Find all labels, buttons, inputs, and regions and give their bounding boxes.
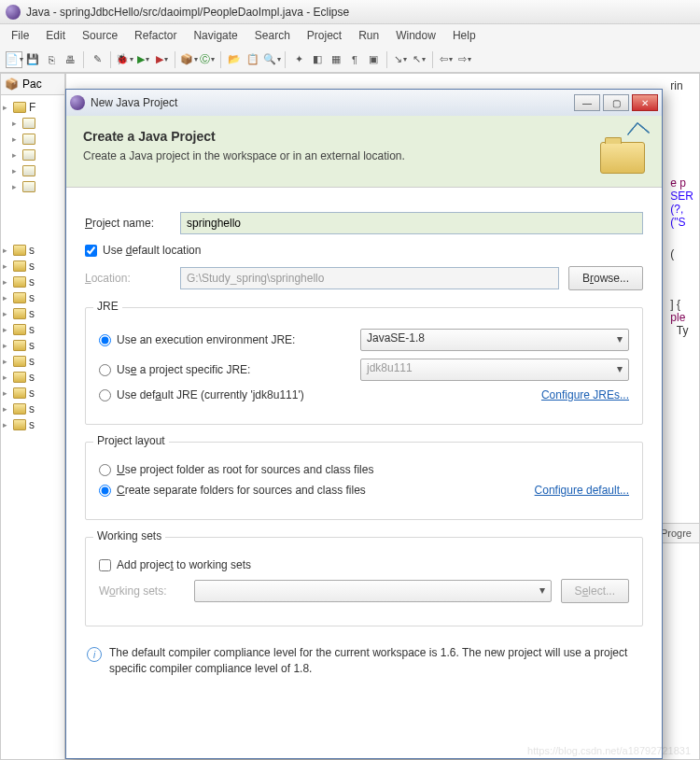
folder-wizard-icon bbox=[591, 129, 645, 174]
menu-help[interactable]: Help bbox=[453, 29, 476, 42]
banner-description: Create a Java project in the workspace o… bbox=[83, 149, 591, 162]
mark-occurrences-icon[interactable]: ◧ bbox=[309, 51, 326, 68]
menu-window[interactable]: Window bbox=[396, 29, 436, 42]
back-icon[interactable]: ⇦ bbox=[438, 51, 455, 68]
configure-jres-link[interactable]: Configure JREs... bbox=[541, 388, 629, 401]
jre-exec-env-radio[interactable]: Use an execution environment JRE: bbox=[99, 333, 351, 346]
maximize-button[interactable]: ▢ bbox=[603, 94, 629, 111]
watermark: https://blog.csdn.net/a18792721831 bbox=[527, 745, 691, 756]
layout-project-folder-radio[interactable]: Use project folder as root for sources a… bbox=[99, 463, 373, 476]
ext-run-icon[interactable]: ▶ bbox=[153, 51, 170, 68]
forward-icon[interactable]: ⇨ bbox=[456, 51, 473, 68]
menu-refactor[interactable]: Refactor bbox=[134, 29, 176, 42]
jre-legend: JRE bbox=[93, 300, 122, 313]
print-icon[interactable]: 🖶 bbox=[62, 51, 78, 68]
select-working-sets-button: Select... bbox=[561, 579, 629, 603]
project-name-input[interactable] bbox=[180, 212, 643, 234]
package-explorer-tab[interactable]: 📦 Pac bbox=[1, 74, 64, 95]
menu-run[interactable]: Run bbox=[358, 29, 379, 42]
info-message: i The default compiler compliance level … bbox=[85, 645, 643, 677]
working-sets-group: Working sets Add project to working sets… bbox=[85, 537, 643, 626]
main-title-bar: Java - springJdbcHello/src/daoimpl/Peopl… bbox=[0, 0, 700, 24]
menu-bar[interactable]: File Edit Source Refactor Navigate Searc… bbox=[0, 24, 700, 47]
wand-icon[interactable]: ✎ bbox=[89, 51, 105, 68]
package-explorer[interactable]: 📦 Pac ▸F ▸ ▸ ▸ ▸ ▸ ▸s ▸s ▸s ▸s ▸s ▸s ▸s … bbox=[0, 73, 65, 760]
eclipse-icon bbox=[70, 95, 85, 110]
jre-project-specific-radio[interactable]: Use a project specific JRE: bbox=[99, 363, 351, 376]
next-annotation-icon[interactable]: ↘ bbox=[392, 51, 409, 68]
pkg-explorer-label: Pac bbox=[22, 77, 42, 91]
save-all-icon[interactable]: ⎘ bbox=[43, 51, 60, 68]
close-button[interactable]: ✕ bbox=[632, 94, 658, 111]
location-input bbox=[180, 267, 559, 289]
use-default-location-checkbox[interactable]: Use default location bbox=[85, 244, 201, 257]
configure-default-link[interactable]: Configure default... bbox=[535, 484, 629, 497]
menu-file[interactable]: File bbox=[11, 29, 29, 42]
ws-legend: Working sets bbox=[93, 529, 165, 542]
working-sets-label: Working sets: bbox=[99, 584, 185, 598]
dialog-title: New Java Project bbox=[91, 96, 571, 109]
dialog-banner: Create a Java Project Create a Java proj… bbox=[66, 116, 662, 188]
add-to-working-sets-checkbox[interactable]: Add project to working sets bbox=[99, 558, 251, 571]
browse-button[interactable]: Browse... bbox=[568, 266, 643, 290]
layout-separate-folders-radio[interactable]: Create separate folders for sources and … bbox=[99, 484, 366, 497]
working-sets-select bbox=[194, 580, 552, 602]
jre-default-radio[interactable]: Use default JRE (currently 'jdk8u111') bbox=[99, 388, 351, 401]
project-layout-group: Project layout Use project folder as roo… bbox=[85, 442, 643, 520]
eclipse-icon bbox=[6, 5, 21, 20]
open-task-icon[interactable]: 📋 bbox=[245, 51, 261, 68]
save-icon[interactable]: 💾 bbox=[24, 51, 41, 68]
new-icon[interactable]: 📄 bbox=[6, 51, 22, 68]
main-toolbar: 📄 💾 ⎘ 🖶 ✎ 🐞 ▶ ▶ 📦 Ⓒ 📂 📋 🔍 ✦ ◧ ▦ ¶ ▣ ↘ ↖ … bbox=[0, 47, 700, 73]
debug-icon[interactable]: 🐞 bbox=[116, 51, 133, 68]
dialog-title-bar[interactable]: New Java Project — ▢ ✕ bbox=[66, 90, 662, 116]
menu-project[interactable]: Project bbox=[307, 29, 342, 42]
open-type-icon[interactable]: 📂 bbox=[226, 51, 243, 68]
jre-group: JRE Use an execution environment JRE: Ja… bbox=[85, 307, 643, 425]
jre-exec-env-select[interactable]: JavaSE-1.8 bbox=[360, 329, 629, 351]
search-icon[interactable]: 🔍 bbox=[263, 51, 280, 68]
info-icon: i bbox=[87, 647, 102, 662]
layout-legend: Project layout bbox=[93, 434, 169, 447]
menu-edit[interactable]: Edit bbox=[46, 29, 65, 42]
block-selection-icon[interactable]: ▦ bbox=[328, 51, 344, 68]
prev-annotation-icon[interactable]: ↖ bbox=[411, 51, 427, 68]
jre-project-specific-select: jdk8u111 bbox=[360, 359, 629, 381]
banner-title: Create a Java Project bbox=[83, 129, 591, 144]
menu-navigate[interactable]: Navigate bbox=[193, 29, 237, 42]
show-whitespace-icon[interactable]: ¶ bbox=[346, 51, 363, 68]
run-icon[interactable]: ▶ bbox=[134, 51, 151, 68]
new-class-icon[interactable]: Ⓒ bbox=[199, 51, 216, 68]
location-label: Location: bbox=[85, 272, 171, 285]
annotation-icon[interactable]: ▣ bbox=[365, 51, 382, 68]
project-name-label: Project name: bbox=[85, 217, 171, 230]
menu-source[interactable]: Source bbox=[82, 29, 118, 42]
toggle-breadcrumb-icon[interactable]: ✦ bbox=[290, 51, 307, 68]
window-title: Java - springJdbcHello/src/daoimpl/Peopl… bbox=[26, 6, 349, 19]
new-java-project-dialog: New Java Project — ▢ ✕ Create a Java Pro… bbox=[65, 89, 663, 759]
minimize-button[interactable]: — bbox=[574, 94, 600, 111]
new-package-icon[interactable]: 📦 bbox=[180, 51, 197, 68]
pkg-explorer-icon: 📦 bbox=[5, 77, 19, 91]
menu-search[interactable]: Search bbox=[255, 29, 290, 42]
